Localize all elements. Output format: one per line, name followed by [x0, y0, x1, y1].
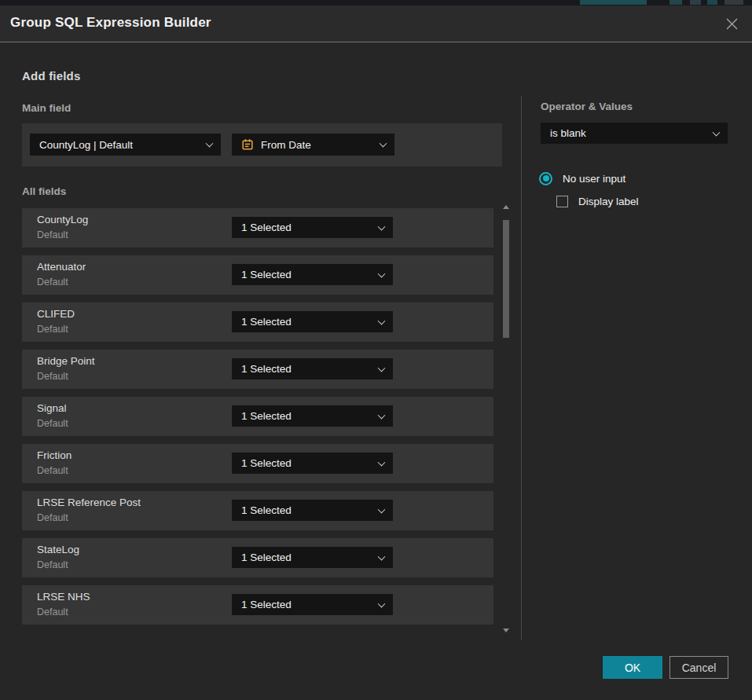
- field-name: CountyLog: [37, 214, 88, 225]
- chevron-down-icon: [378, 317, 386, 324]
- field-name: Signal: [37, 402, 67, 414]
- operator-select[interactable]: is blank: [541, 123, 728, 144]
- field-name: Bridge Point: [37, 355, 95, 367]
- field-selection-dropdown[interactable]: 1 Selected: [232, 358, 393, 379]
- scrollbar-thumb[interactable]: [503, 220, 509, 338]
- background-app-fragment: [580, 0, 647, 5]
- field-selection-dropdown[interactable]: 1 Selected: [232, 217, 393, 238]
- field-selection-value: 1 Selected: [241, 269, 292, 280]
- field-selection-dropdown[interactable]: 1 Selected: [232, 500, 393, 521]
- field-subtitle: Default: [37, 324, 68, 335]
- display-label-checkbox[interactable]: Display label: [556, 195, 639, 207]
- operator-values-heading: Operator & Values: [541, 101, 633, 112]
- field-selection-value: 1 Selected: [241, 316, 292, 328]
- field-selection-dropdown[interactable]: 1 Selected: [232, 264, 393, 285]
- chevron-down-icon: [378, 222, 386, 230]
- scroll-up-arrow-icon[interactable]: [503, 205, 509, 209]
- field-selection-value: 1 Selected: [241, 599, 292, 610]
- field-selection-value: 1 Selected: [241, 504, 292, 516]
- field-selection-dropdown[interactable]: 1 Selected: [232, 311, 393, 332]
- main-field-label: Main field: [22, 102, 71, 114]
- fields-list-scrollbar[interactable]: [502, 203, 510, 636]
- dialog-title: Group SQL Expression Builder: [10, 15, 211, 31]
- field-row: LRSE NHS Default 1 Selected: [22, 585, 493, 625]
- field-row: LRSE Reference Post Default 1 Selected: [22, 491, 493, 530]
- screen: Group SQL Expression Builder Add fields …: [0, 0, 752, 700]
- field-name: LRSE Reference Post: [37, 497, 141, 508]
- chevron-down-icon: [378, 411, 386, 419]
- chevron-down-icon: [378, 505, 386, 513]
- no-user-input-radio[interactable]: No user input: [539, 171, 625, 185]
- field-name: LRSE NHS: [37, 591, 90, 603]
- field-row: Friction Default 1 Selected: [22, 444, 493, 483]
- field-subtitle: Default: [37, 277, 68, 288]
- chevron-down-icon: [378, 364, 386, 372]
- field-name: Friction: [37, 449, 72, 461]
- field-selection-dropdown[interactable]: 1 Selected: [232, 594, 393, 615]
- field-selection-dropdown[interactable]: 1 Selected: [232, 405, 393, 427]
- display-label-text: Display label: [578, 196, 639, 207]
- field-subtitle: Default: [37, 465, 68, 476]
- chevron-down-icon: [380, 140, 387, 148]
- chevron-down-icon: [378, 599, 386, 607]
- main-field-field-select[interactable]: From Date: [232, 134, 394, 156]
- field-selection-value: 1 Selected: [241, 363, 292, 375]
- main-field-field-value: From Date: [261, 139, 311, 151]
- scroll-down-arrow-icon[interactable]: [503, 629, 509, 632]
- field-subtitle: Default: [37, 418, 68, 429]
- background-app-fragment: [669, 0, 682, 5]
- operator-value: is blank: [550, 127, 586, 139]
- no-user-input-label: No user input: [563, 173, 625, 185]
- background-app-edge: [0, 0, 752, 5]
- field-row: StateLog Default 1 Selected: [22, 538, 493, 577]
- radio-selected-icon: [539, 172, 552, 185]
- group-sql-expression-builder-dialog: Group SQL Expression Builder Add fields …: [0, 5, 752, 700]
- chevron-down-icon: [713, 128, 721, 136]
- field-selection-value: 1 Selected: [241, 552, 292, 563]
- close-icon: [725, 17, 739, 31]
- field-row: Attenuator Default 1 Selected: [22, 255, 493, 295]
- chevron-down-icon: [378, 458, 386, 466]
- field-name: StateLog: [37, 544, 79, 555]
- field-subtitle: Default: [37, 607, 68, 618]
- radio-dot: [543, 175, 549, 181]
- chevron-down-icon: [206, 140, 214, 148]
- add-fields-heading: Add fields: [22, 69, 81, 82]
- field-row: Signal Default 1 Selected: [22, 397, 493, 436]
- main-field-panel: CountyLog | Default From Date: [22, 123, 502, 167]
- ok-button[interactable]: OK: [603, 656, 662, 679]
- chevron-down-icon: [378, 552, 386, 560]
- field-name: CLIFED: [37, 308, 75, 320]
- field-selection-value: 1 Selected: [241, 222, 292, 233]
- background-app-fragment: [724, 0, 743, 5]
- field-selection-dropdown[interactable]: 1 Selected: [232, 453, 393, 474]
- dialog-titlebar: Group SQL Expression Builder: [0, 5, 752, 42]
- field-row: Bridge Point Default 1 Selected: [22, 350, 493, 389]
- all-fields-label: All fields: [22, 185, 66, 197]
- field-subtitle: Default: [37, 512, 68, 523]
- field-subtitle: Default: [37, 229, 68, 240]
- field-selection-value: 1 Selected: [241, 410, 292, 422]
- close-button[interactable]: [721, 13, 743, 35]
- background-app-fragment: [707, 0, 717, 5]
- cancel-button[interactable]: Cancel: [669, 656, 728, 679]
- main-field-layer-value: CountyLog | Default: [39, 139, 133, 151]
- calendar-icon: [241, 138, 254, 151]
- main-field-layer-select[interactable]: CountyLog | Default: [30, 134, 221, 156]
- panel-divider: [521, 96, 522, 640]
- field-selection-value: 1 Selected: [241, 457, 292, 469]
- field-row: CLIFED Default 1 Selected: [22, 302, 493, 342]
- field-subtitle: Default: [37, 559, 68, 570]
- checkbox-unchecked-icon: [556, 196, 568, 207]
- chevron-down-icon: [378, 269, 386, 277]
- field-subtitle: Default: [37, 371, 68, 382]
- background-app-fragment: [690, 0, 701, 5]
- field-row: CountyLog Default 1 Selected: [22, 208, 493, 247]
- field-selection-dropdown[interactable]: 1 Selected: [232, 547, 393, 568]
- field-name: Attenuator: [37, 261, 86, 273]
